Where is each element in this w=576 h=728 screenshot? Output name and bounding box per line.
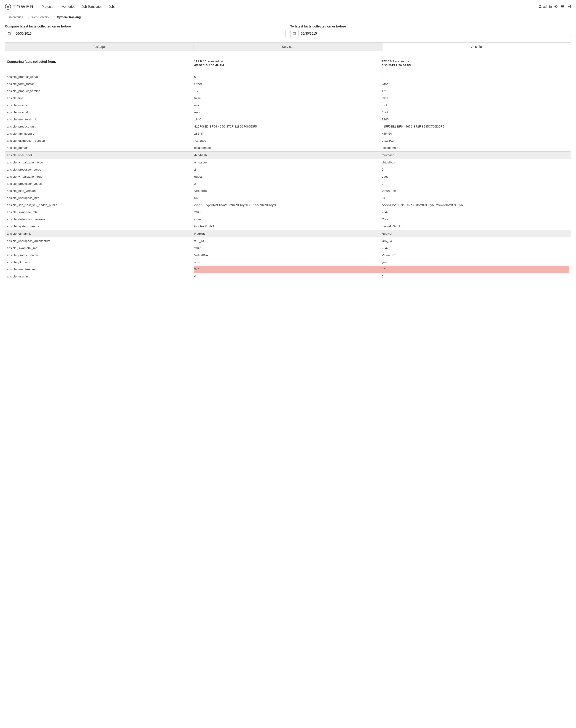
scan2-timestamp: 6/30/2015 2:50:56 PM bbox=[382, 64, 411, 67]
current-user[interactable]: admin bbox=[539, 5, 552, 9]
compare-left-label: Compare latest facts collected on or bef… bbox=[5, 25, 286, 28]
username: admin bbox=[543, 5, 552, 8]
fact-value-1: x86_64 bbox=[194, 132, 381, 135]
fact-value-1: 415F08E2-BF64-465C-872F-8285C706DDF5 bbox=[194, 125, 381, 128]
fact-value-2: 7.1.1503 bbox=[382, 139, 569, 142]
fact-value-2: 461 bbox=[382, 266, 569, 273]
fact-value-2: 2 bbox=[382, 182, 569, 185]
fact-row: ansible_bios_versionVirtualBoxVirtualBox bbox=[5, 187, 571, 194]
fact-key: ansible_product_version bbox=[7, 89, 194, 93]
comparison-header: Comparing facts collected from: 127.0.0.… bbox=[5, 59, 571, 71]
compare-dates: Compare latest facts collected on or bef… bbox=[5, 25, 571, 37]
nav-projects[interactable]: Projects bbox=[41, 5, 53, 8]
fact-value-2: 415F08E2-BF64-465C-872F-8285C706DDF5 bbox=[382, 125, 569, 128]
fact-value-1: false bbox=[194, 97, 381, 100]
fact-row: ansible_architecturex86_64x86_64 bbox=[5, 130, 571, 137]
fact-row: ansible_os_familyRedHatRedHat bbox=[5, 230, 571, 237]
fact-value-1: x86_64 bbox=[194, 239, 381, 243]
fact-key: ansible_ssh_host_key_ecdsa_public bbox=[7, 203, 194, 207]
scan1-timestamp: 6/30/2015 2:35:49 PM bbox=[194, 64, 224, 67]
fact-key: ansible_product_serial bbox=[7, 75, 194, 79]
breadcrumb-inventories[interactable]: Inventories bbox=[5, 14, 27, 20]
fact-value-1: 2 bbox=[194, 182, 381, 185]
fact-row: ansible_user_dir/root/root bbox=[5, 109, 571, 116]
fact-row: ansible_userspace_architecturex86_64x86_… bbox=[5, 237, 571, 244]
breadcrumb-web-servers[interactable]: Web Servers bbox=[27, 14, 52, 20]
settings-icon[interactable] bbox=[554, 5, 558, 8]
fact-key: ansible_distribution_release bbox=[7, 217, 194, 221]
fact-value-2: /bin/bash bbox=[382, 153, 569, 157]
logout-icon[interactable] bbox=[567, 5, 571, 8]
fact-value-1: 545 bbox=[194, 266, 381, 273]
fact-row: ansible_ssh_host_key_ecdsa_publicAAAAE2V… bbox=[5, 201, 571, 209]
fact-key: ansible_product_uuid bbox=[7, 125, 194, 128]
scan2-suffix: scanned on bbox=[395, 59, 410, 63]
fact-key: ansible_userspace_bits bbox=[7, 196, 194, 199]
compare-left-date-input[interactable] bbox=[13, 30, 286, 37]
fact-value-1: 0 bbox=[194, 75, 381, 79]
fact-value-2: Core bbox=[382, 217, 569, 221]
scan1-suffix: scanned on bbox=[207, 59, 223, 63]
fact-key: ansible_bios_version bbox=[7, 189, 194, 192]
fact-key: ansible_virtualization_role bbox=[7, 175, 194, 178]
fact-value-1: Other bbox=[194, 82, 381, 86]
fact-row: ansible_fipsfalsefalse bbox=[5, 95, 571, 102]
fact-value-1: 1.2 bbox=[194, 89, 381, 93]
fact-key: ansible_pkg_mgr bbox=[7, 261, 194, 264]
fact-key: ansible_product_name bbox=[7, 253, 194, 257]
tab-services[interactable]: Services bbox=[194, 42, 382, 51]
fact-value-2: VirtualBox bbox=[382, 253, 569, 257]
fact-value-1: VirtualBox bbox=[194, 189, 381, 192]
fact-key: ansible_swapfree_mb bbox=[7, 210, 194, 214]
fact-key: ansible_memfree_mb bbox=[7, 266, 194, 273]
fact-row: ansible_memtotal_mb18401840 bbox=[5, 116, 571, 123]
fact-value-1: innotek GmbH bbox=[194, 224, 381, 228]
fact-value-2: innotek GmbH bbox=[382, 224, 569, 228]
fact-value-1: AAAAE2VjZHNhLXNoYTItbmlzdHAyNTYAAAAIbmlz… bbox=[194, 203, 381, 207]
fact-key: ansible_system_vendor bbox=[7, 224, 194, 228]
nav-inventories[interactable]: Inventories bbox=[60, 5, 75, 8]
nav-jobs[interactable]: Jobs bbox=[109, 5, 116, 8]
tab-ansible[interactable]: Ansible bbox=[382, 42, 571, 51]
fact-module-tabs: Packages Services Ansible bbox=[5, 42, 571, 51]
fact-value-2: 1840 bbox=[382, 118, 569, 121]
fact-value-2: /root bbox=[382, 111, 569, 114]
user-icon bbox=[539, 5, 542, 9]
fact-value-2: root bbox=[382, 104, 569, 107]
fact-value-1: 1840 bbox=[194, 118, 381, 121]
calendar-icon[interactable] bbox=[5, 30, 13, 37]
facts-table: ansible_product_serial00ansible_form_fac… bbox=[5, 73, 571, 280]
fact-value-2: 1.2 bbox=[382, 89, 569, 93]
fact-value-2: false bbox=[382, 97, 569, 100]
fact-value-2: 2 bbox=[382, 168, 569, 171]
fact-row: ansible_pkg_mgryumyum bbox=[5, 259, 571, 266]
breadcrumb-system-tracking[interactable]: System Tracking bbox=[52, 14, 85, 20]
svg-rect-2 bbox=[8, 32, 10, 34]
fact-value-1: 64 bbox=[194, 196, 381, 199]
fact-key: ansible_os_family bbox=[7, 232, 194, 235]
fact-value-2: 64 bbox=[382, 196, 569, 199]
scan2-ip: 127.0.0.1 bbox=[382, 59, 394, 63]
fact-value-2: RedHat bbox=[382, 232, 569, 235]
fact-value-1: 7.1.1503 bbox=[194, 139, 381, 142]
compare-right-date-input[interactable] bbox=[298, 30, 571, 37]
fact-key: ansible_fips bbox=[7, 97, 194, 100]
logo[interactable]: A TOWER bbox=[5, 4, 34, 9]
calendar-icon[interactable] bbox=[290, 30, 298, 37]
nav-job-templates[interactable]: Job Templates bbox=[82, 5, 102, 8]
scan-column-1: 127.0.0.1 scanned on 6/30/2015 2:35:49 P… bbox=[194, 59, 381, 68]
breadcrumb: Inventories Web Servers System Tracking bbox=[5, 14, 571, 20]
svg-rect-0 bbox=[561, 5, 564, 7]
fact-value-1: localdomain bbox=[194, 146, 381, 150]
fact-row: ansible_product_version1.21.2 bbox=[5, 87, 571, 95]
tab-packages[interactable]: Packages bbox=[5, 42, 194, 51]
fact-value-2: AAAAE2VjZHNhLXNoYTItbmlzdHAyNTYAAAAIbmlz… bbox=[382, 203, 569, 207]
fact-row: ansible_processor_vcpus22 bbox=[5, 180, 571, 187]
fact-value-1: guest bbox=[194, 175, 381, 178]
fact-key: ansible_form_factor bbox=[7, 82, 194, 86]
monitor-icon[interactable] bbox=[561, 5, 565, 8]
svg-rect-6 bbox=[293, 32, 296, 34]
fact-value-1: /root bbox=[194, 111, 381, 114]
fact-key: ansible_architecture bbox=[7, 132, 194, 135]
fact-row: ansible_product_serial00 bbox=[5, 73, 571, 80]
